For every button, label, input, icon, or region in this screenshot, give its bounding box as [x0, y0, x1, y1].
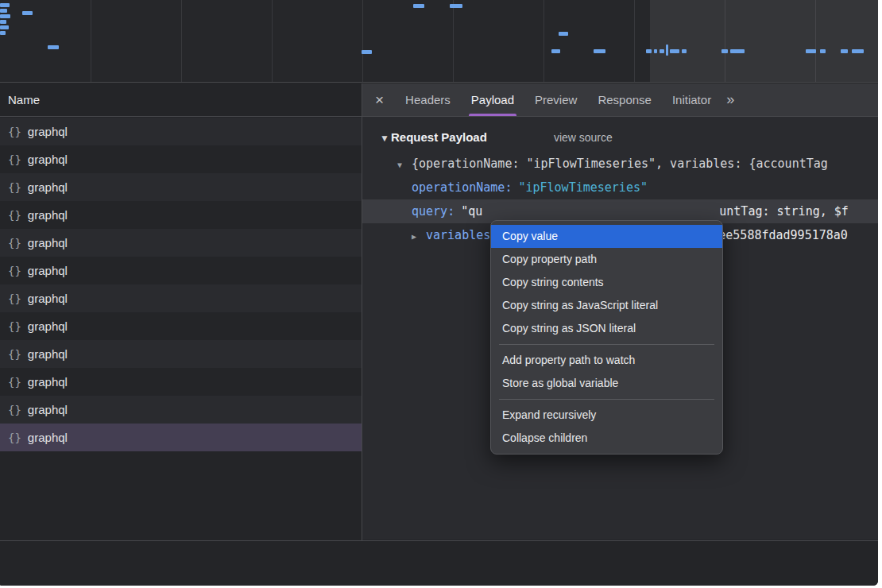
request-row[interactable]: {}graphql [0, 284, 362, 312]
request-row[interactable]: {}graphql [0, 424, 362, 451]
json-icon: {} [8, 181, 21, 194]
property-key: query: [412, 204, 455, 219]
network-activity-bar [852, 49, 864, 53]
menu-item-collapse-children[interactable]: Collapse children [491, 427, 722, 450]
request-row[interactable]: {}graphql [0, 396, 362, 424]
tab-payload[interactable]: Payload [461, 83, 524, 116]
network-activity-bar [0, 31, 6, 35]
section-title: Request Payload [391, 130, 487, 144]
network-activity-bar [660, 49, 664, 53]
timeline-gridline [272, 0, 273, 82]
property-value-right: ee5588fdad995178a0 [718, 228, 848, 242]
json-icon: {} [8, 237, 21, 250]
request-name: graphql [28, 153, 68, 166]
tree-row-operationname[interactable]: operationName:"ipFlowTimeseries" [362, 176, 878, 199]
network-activity-bar [721, 49, 728, 53]
request-row[interactable]: {}graphql [0, 118, 362, 145]
json-icon: {} [8, 209, 21, 222]
name-column-header[interactable]: Name [0, 83, 362, 117]
context-menu: Copy valueCopy property pathCopy string … [490, 220, 723, 455]
timeline-gridline [453, 0, 454, 82]
tab-preview[interactable]: Preview [524, 83, 587, 116]
status-bar [0, 540, 878, 586]
request-row[interactable]: {}graphql [0, 145, 362, 173]
menu-item-store-as-global-variable[interactable]: Store as global variable [491, 372, 722, 395]
network-activity-bar [0, 14, 10, 18]
json-icon: {} [8, 431, 21, 444]
request-row[interactable]: {}graphql [0, 257, 362, 284]
network-activity-bar [841, 49, 848, 53]
network-activity-bar [820, 49, 826, 53]
network-activity-bar [362, 50, 372, 54]
timeline-gridline [634, 0, 635, 82]
menu-item-copy-string-as-javascript-literal[interactable]: Copy string as JavaScript literal [491, 294, 722, 317]
menu-item-copy-value[interactable]: Copy value [491, 225, 722, 248]
request-name: graphql [28, 264, 68, 277]
network-activity-bar [413, 4, 424, 8]
request-payload-section: ▼ Request Payload view source [362, 130, 878, 144]
pane-divider[interactable] [362, 83, 362, 586]
timeline-gridline [544, 0, 544, 82]
network-activity-bar [730, 49, 745, 53]
close-icon[interactable]: × [375, 92, 384, 107]
menu-item-add-property-path-to-watch[interactable]: Add property path to watch [491, 349, 722, 372]
request-list: {}graphql{}graphql{}graphql{}graphql{}gr… [0, 118, 362, 451]
request-row[interactable]: {}graphql [0, 312, 362, 340]
property-value: "ipFlowTimeseries" [518, 180, 648, 195]
json-icon: {} [8, 126, 21, 138]
request-name: graphql [28, 208, 68, 222]
tabs: HeadersPayloadPreviewResponseInitiator [395, 83, 721, 116]
property-value-left: "qu [461, 204, 482, 219]
json-icon: {} [8, 320, 21, 333]
more-tabs-icon[interactable]: » [726, 91, 733, 108]
timeline-gridline [181, 0, 182, 82]
property-key: variables [426, 228, 490, 242]
json-icon: {} [8, 348, 21, 361]
tab-initiator[interactable]: Initiator [662, 83, 721, 116]
json-icon: {} [8, 404, 21, 416]
network-activity-bar [551, 49, 560, 53]
network-overview-timeline[interactable] [0, 0, 878, 83]
request-name: graphql [28, 236, 68, 250]
network-activity-bar [670, 49, 679, 53]
menu-item-expand-recursively[interactable]: Expand recursively [491, 404, 722, 427]
network-activity-bar [450, 4, 462, 8]
network-activity-bar [0, 9, 7, 13]
network-activity-bar [654, 49, 657, 53]
tab-response[interactable]: Response [587, 83, 662, 116]
request-name: graphql [28, 125, 68, 138]
network-activity-bar [806, 49, 816, 53]
request-list-pane: Name {}graphql{}graphql{}graphql{}graphq… [0, 83, 362, 586]
request-row[interactable]: {}graphql [0, 368, 362, 396]
collapse-triangle-icon[interactable]: ▼ [397, 153, 412, 176]
root-preview: {operationName: "ipFlowTimeseries", vari… [412, 157, 828, 171]
request-name: graphql [28, 347, 68, 361]
timeline-selection-region[interactable] [650, 0, 878, 82]
request-name: graphql [28, 319, 68, 333]
request-name: graphql [28, 180, 68, 194]
json-icon: {} [8, 376, 21, 389]
menu-item-copy-property-path[interactable]: Copy property path [491, 248, 722, 271]
request-row[interactable]: {}graphql [0, 173, 362, 201]
timeline-gridline [362, 0, 363, 82]
network-activity-bar [0, 25, 9, 29]
network-activity-bar [48, 45, 59, 49]
menu-item-copy-string-as-json-literal[interactable]: Copy string as JSON literal [491, 317, 722, 340]
property-key: operationName: [412, 180, 512, 195]
request-name: graphql [28, 431, 68, 444]
network-activity-bar [594, 49, 605, 53]
request-row[interactable]: {}graphql [0, 201, 362, 229]
expand-triangle-icon[interactable]: ▶ [412, 225, 426, 247]
request-row[interactable]: {}graphql [0, 229, 362, 257]
tab-headers[interactable]: Headers [395, 83, 461, 116]
request-name: graphql [28, 292, 68, 305]
menu-item-copy-string-contents[interactable]: Copy string contents [491, 271, 722, 294]
network-activity-bar [0, 3, 10, 7]
request-row[interactable]: {}graphql [0, 340, 362, 368]
tree-row-root[interactable]: ▼{operationName: "ipFlowTimeseries", var… [362, 152, 878, 176]
json-icon: {} [8, 153, 21, 166]
collapse-triangle-icon[interactable]: ▼ [380, 133, 391, 144]
request-name: graphql [28, 375, 68, 389]
network-activity-bar [682, 49, 687, 53]
view-source-link[interactable]: view source [554, 131, 613, 144]
